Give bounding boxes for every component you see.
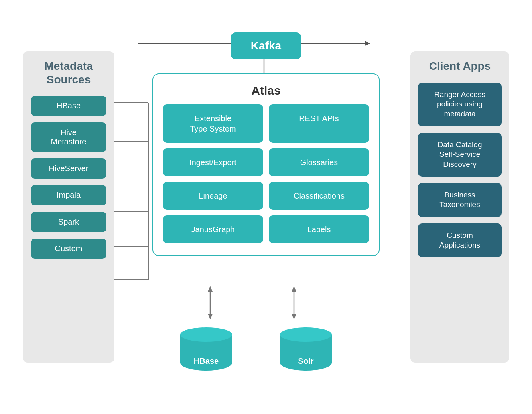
client-catalog: Data CatalogSelf-ServiceDiscovery	[418, 133, 502, 177]
db-solr-label: Solr	[298, 357, 314, 366]
client-apps-panel: Client Apps Ranger Accesspolicies usingm…	[410, 51, 509, 363]
svg-marker-12	[365, 41, 370, 46]
comp-type-system: ExtensibleType System	[163, 104, 263, 143]
db-hbase-container: HBase	[180, 327, 232, 371]
comp-rest-apis: REST APIs	[269, 104, 369, 143]
client-taxonomies: BusinessTaxonomies	[418, 183, 502, 217]
comp-janusgraph: JanusGraph	[163, 215, 263, 243]
atlas-title: Atlas	[163, 84, 369, 97]
db-hbase-label: HBase	[194, 357, 219, 366]
client-custom: CustomApplications	[418, 223, 502, 257]
atlas-container: Atlas ExtensibleType System REST APIs In…	[152, 73, 380, 256]
comp-labels: Labels	[269, 215, 369, 243]
diagram: Metadata Sources HBase HiveMetastore Hiv…	[15, 12, 517, 402]
metadata-sources-panel: Metadata Sources HBase HiveMetastore Hiv…	[23, 51, 114, 363]
src-hive-metastore: HiveMetastore	[31, 122, 106, 152]
src-impala: Impala	[31, 185, 106, 205]
kafka-label: Kafka	[251, 39, 281, 52]
src-hbase: HBase	[31, 96, 106, 116]
atlas-grid: ExtensibleType System REST APIs Ingest/E…	[163, 104, 369, 243]
kafka-box: Kafka	[231, 32, 301, 59]
comp-ingest-export: Ingest/Export	[163, 148, 263, 176]
svg-marker-22	[292, 286, 296, 292]
left-panel-title: Metadata Sources	[30, 59, 107, 86]
svg-marker-19	[208, 286, 213, 292]
right-panel-title: Client Apps	[429, 59, 491, 73]
src-custom: Custom	[31, 239, 106, 259]
svg-marker-20	[208, 314, 213, 319]
comp-classifications: Classifications	[269, 182, 369, 210]
src-hiveserver: HiveServer	[31, 158, 106, 179]
db-solr-container: Solr	[280, 327, 332, 371]
src-spark: Spark	[31, 212, 106, 232]
svg-marker-23	[292, 314, 296, 319]
client-ranger: Ranger Accesspolicies usingmetadata	[418, 83, 502, 126]
comp-lineage: Lineage	[163, 182, 263, 210]
comp-glossaries: Glossaries	[269, 148, 369, 176]
